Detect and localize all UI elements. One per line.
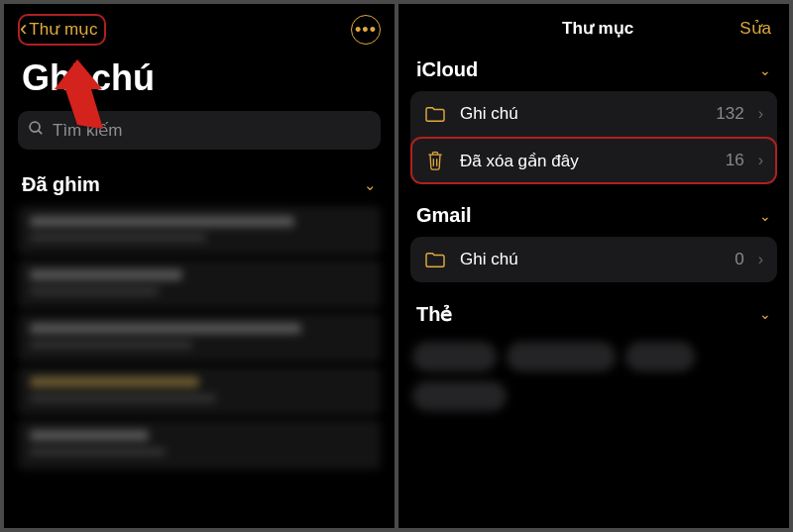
tags-list	[412, 336, 775, 411]
screen-title: Thư mục	[456, 18, 739, 39]
list-item[interactable]	[18, 206, 381, 256]
folder-item-notes[interactable]: Ghi chú 0 ›	[410, 237, 777, 282]
folder-count: 132	[716, 104, 743, 124]
section-label: Đã ghim	[22, 173, 100, 196]
account-header-gmail[interactable]: Gmail ⌄	[398, 204, 789, 237]
account-name: iCloud	[416, 58, 478, 81]
search-icon	[28, 120, 45, 141]
search-placeholder: Tìm kiếm	[53, 120, 122, 141]
search-input[interactable]: Tìm kiếm	[18, 111, 381, 150]
page-title: Ghi chú	[4, 52, 395, 111]
ellipsis-icon: •••	[355, 20, 377, 41]
list-item[interactable]	[18, 313, 381, 363]
list-item[interactable]	[18, 420, 381, 470]
tag-pill[interactable]	[412, 381, 507, 411]
pinned-section-header[interactable]: Đã ghim ⌄	[4, 165, 395, 206]
notes-list	[4, 206, 395, 470]
tags-header[interactable]: Thẻ ⌄	[398, 302, 789, 336]
folder-item-notes[interactable]: Ghi chú 132 ›	[410, 91, 777, 137]
svg-point-0	[30, 122, 40, 132]
folder-label: Ghi chú	[460, 104, 702, 124]
tag-pill[interactable]	[412, 342, 497, 372]
more-button[interactable]: •••	[351, 15, 381, 45]
account-name: Gmail	[416, 204, 472, 227]
notes-list-screen: ‹ Thư mục ••• Ghi chú Tìm kiếm Đã ghim ⌄	[4, 4, 395, 528]
list-item[interactable]	[18, 367, 381, 416]
list-item[interactable]	[18, 260, 381, 309]
edit-button[interactable]: Sửa	[739, 18, 771, 39]
trash-icon	[424, 150, 446, 171]
nav-header: Thư mục Sửa	[398, 4, 789, 58]
folder-count: 0	[735, 250, 743, 269]
tag-pill[interactable]	[507, 342, 616, 372]
folder-icon	[424, 105, 446, 123]
svg-line-1	[39, 131, 43, 135]
folder-label: Ghi chú	[460, 250, 721, 269]
chevron-down-icon: ⌄	[759, 62, 771, 78]
back-button[interactable]: ‹ Thư mục	[18, 14, 106, 46]
back-label: Thư mục	[29, 19, 97, 40]
folder-list-gmail: Ghi chú 0 ›	[410, 237, 777, 282]
folders-screen: Thư mục Sửa iCloud ⌄ Ghi chú 132 › Đã xó…	[398, 4, 789, 528]
tags-label: Thẻ	[416, 302, 452, 326]
chevron-down-icon: ⌄	[759, 306, 771, 322]
chevron-right-icon: ›	[758, 251, 763, 268]
folder-list-icloud: Ghi chú 132 › Đã xóa gần đây 16 ›	[410, 91, 777, 184]
folder-count: 16	[726, 151, 744, 170]
nav-header: ‹ Thư mục •••	[4, 4, 395, 52]
chevron-right-icon: ›	[758, 152, 763, 169]
chevron-right-icon: ›	[758, 105, 763, 123]
folder-label: Đã xóa gần đây	[460, 151, 712, 171]
chevron-down-icon: ⌄	[364, 176, 377, 194]
folder-icon	[424, 251, 446, 268]
account-header-icloud[interactable]: iCloud ⌄	[398, 58, 789, 91]
tag-pill[interactable]	[625, 342, 695, 372]
chevron-left-icon: ‹	[20, 18, 27, 40]
chevron-down-icon: ⌄	[759, 208, 771, 224]
folder-item-recently-deleted[interactable]: Đã xóa gần đây 16 ›	[410, 137, 777, 184]
